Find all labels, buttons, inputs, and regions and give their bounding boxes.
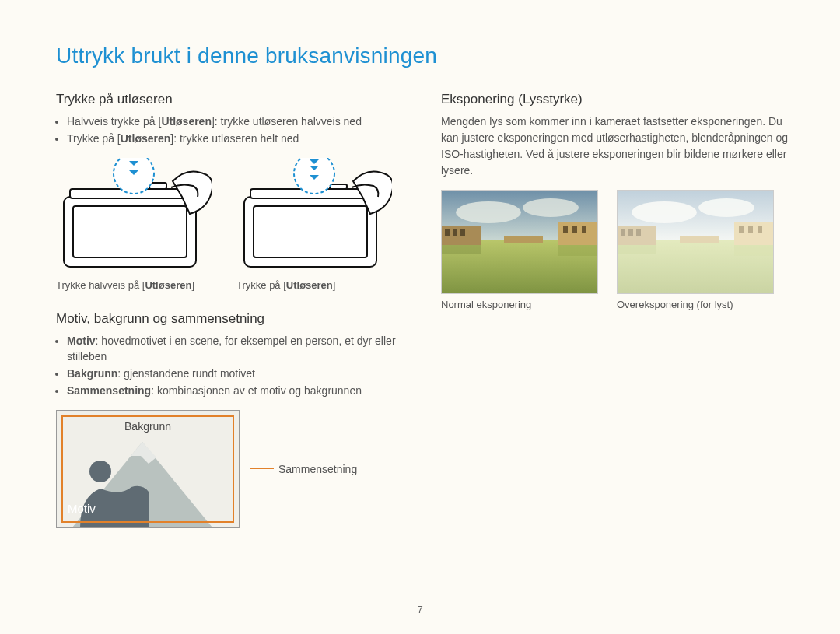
svg-rect-20 [445,229,450,236]
svg-rect-9 [330,184,347,189]
comp-bullet-1: Motiv: hovedmotivet i en scene, for ekse… [67,333,404,365]
composition-figure-row: Bakgrunn Motiv Sammensetning [56,410,404,528]
exposure-over-block: Overeksponering (for lyst) [617,190,772,310]
svg-rect-1 [73,206,187,257]
shutter-heading: Trykke på utløseren [56,92,404,107]
svg-point-17 [523,198,579,217]
page-number: 7 [0,604,840,615]
camera-full-press: Trykke på [Utløseren] [236,158,392,291]
svg-rect-22 [460,229,465,236]
svg-rect-7 [254,206,367,257]
exposure-normal-svg [442,191,597,293]
svg-rect-27 [504,236,543,243]
label-sammensetning: Sammensetning [278,463,357,475]
comp-bullet-2: Bakgrunn: gjenstandene rundt motivet [67,366,404,381]
left-column: Trykke på utløseren Halvveis trykke på [… [56,92,404,528]
callout-line-icon [250,468,274,469]
svg-rect-23 [558,222,597,245]
exposure-over-image [617,190,774,294]
overexposure-overlay [618,191,773,293]
caption-half-press: Trykke halvveis på [Utløseren] [56,279,212,291]
composition-figure: Bakgrunn Motiv [56,410,240,528]
svg-rect-28 [442,245,481,254]
camera-half-press-svg [56,158,212,275]
shutter-illustrations: Trykke halvveis på [Utløseren] [56,158,404,291]
exposure-heading: Eksponering (Lysstyrke) [441,92,789,107]
svg-rect-25 [572,226,577,233]
shutter-bullet-2: Trykke på [Utløseren]: trykke utløseren … [67,131,404,146]
svg-rect-24 [563,226,568,233]
exposure-normal-image [441,190,598,294]
label-motiv: Motiv [68,502,96,515]
camera-full-press-svg [236,158,392,275]
svg-rect-26 [582,226,586,233]
caption-normal-exposure: Normal eksponering [441,299,597,310]
composition-section: Motiv, bakgrunn og sammensetning Motiv: … [56,311,404,528]
caption-over-exposure: Overeksponering (for lyst) [617,299,772,310]
exposure-body: Mengden lys som kommer inn i kameraet fa… [441,114,789,179]
comp-bullet-3: Sammensetning: kombinasjonen av et motiv… [67,383,404,398]
svg-rect-21 [453,229,457,236]
camera-half-press: Trykke halvveis på [Utløseren] [56,158,212,291]
svg-rect-29 [558,245,597,256]
svg-rect-3 [149,183,166,189]
svg-point-16 [456,201,521,223]
content-columns: Trykke på utløseren Halvveis trykke på [… [56,92,789,528]
label-bakgrunn: Bakgrunn [57,420,239,433]
shutter-bullet-1: Halvveis trykke på [Utløseren]: trykke u… [67,114,404,129]
composition-bullet-list: Motiv: hovedmotivet i en scene, for ekse… [56,333,404,399]
composition-callout: Sammensetning [250,463,357,475]
exposure-figures: Normal eksponering [441,190,789,310]
caption-full-press: Trykke på [Utløseren] [236,279,392,291]
exposure-normal-block: Normal eksponering [441,190,597,310]
right-column: Eksponering (Lysstyrke) Mengden lys som … [441,92,789,528]
composition-heading: Motiv, bakgrunn og sammensetning [56,311,404,327]
shutter-bullet-list: Halvveis trykke på [Utløseren]: trykke u… [56,114,404,147]
page-title: Uttrykk brukt i denne bruksanvisningen [56,44,789,68]
manual-page: Uttrykk brukt i denne bruksanvisningen T… [0,0,840,634]
